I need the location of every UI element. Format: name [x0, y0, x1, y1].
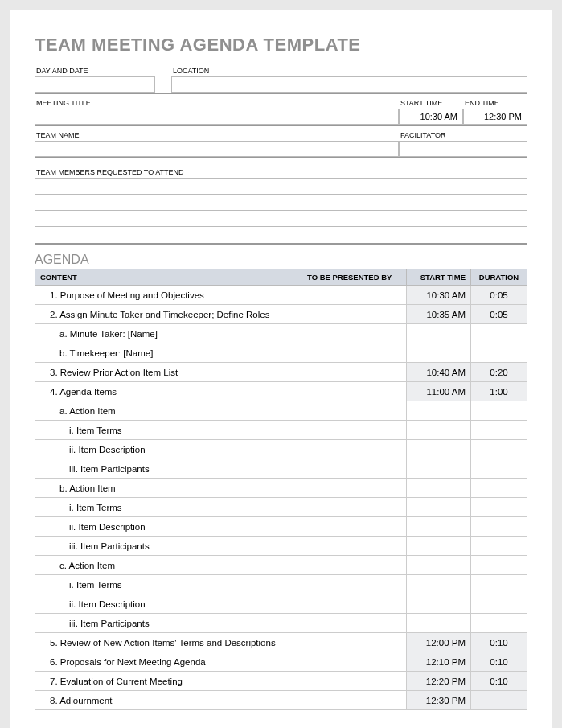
agenda-duration — [471, 556, 527, 575]
member-cell[interactable] — [330, 179, 429, 195]
agenda-presented[interactable] — [302, 286, 407, 305]
agenda-start — [407, 575, 471, 594]
agenda-start — [407, 556, 471, 575]
member-cell[interactable] — [429, 227, 527, 243]
member-cell[interactable] — [232, 179, 330, 195]
agenda-presented[interactable] — [302, 652, 407, 672]
agenda-row: b. Action Item — [35, 479, 527, 498]
agenda-presented[interactable] — [302, 556, 407, 575]
agenda-presented[interactable] — [302, 324, 407, 343]
agenda-presented[interactable] — [302, 343, 407, 363]
agenda-presented[interactable] — [302, 421, 407, 440]
member-cell[interactable] — [133, 227, 232, 243]
header-presented: TO BE PRESENTED BY — [302, 269, 407, 286]
agenda-start: 12:30 PM — [407, 691, 471, 710]
input-facilitator[interactable] — [399, 141, 527, 157]
agenda-duration — [471, 421, 527, 440]
agenda-presented[interactable] — [302, 691, 407, 710]
header-content: CONTENT — [35, 269, 302, 286]
agenda-presented[interactable] — [302, 363, 407, 382]
agenda-content: iii. Item Participants — [35, 459, 302, 479]
agenda-presented[interactable] — [302, 614, 407, 633]
agenda-content: iii. Item Participants — [35, 537, 302, 556]
input-start-time[interactable] — [399, 109, 463, 125]
agenda-row: a. Action Item — [35, 401, 527, 421]
member-cell[interactable] — [35, 227, 133, 243]
agenda-row: iii. Item Participants — [35, 459, 527, 479]
agenda-presented[interactable] — [302, 537, 407, 556]
agenda-header-row: CONTENT TO BE PRESENTED BY START TIME DU… — [35, 269, 527, 286]
agenda-presented[interactable] — [302, 633, 407, 652]
agenda-presented[interactable] — [302, 401, 407, 421]
agenda-presented[interactable] — [302, 575, 407, 594]
agenda-presented[interactable] — [302, 459, 407, 479]
member-cell[interactable] — [35, 195, 133, 211]
agenda-start — [407, 479, 471, 498]
agenda-start — [407, 614, 471, 633]
agenda-duration — [471, 594, 527, 614]
agenda-start: 10:30 AM — [407, 286, 471, 305]
agenda-content: ii. Item Description — [35, 594, 302, 614]
member-cell[interactable] — [330, 211, 429, 227]
agenda-presented[interactable] — [302, 479, 407, 498]
input-meeting-title[interactable] — [35, 109, 399, 125]
input-end-time[interactable] — [463, 109, 527, 125]
agenda-presented[interactable] — [302, 594, 407, 614]
members-grid — [35, 178, 527, 245]
field-start-time: START TIME — [399, 99, 463, 125]
agenda-duration: 0:10 — [471, 652, 527, 672]
header-start: START TIME — [407, 269, 471, 286]
agenda-content: 3. Review Prior Action Item List — [35, 363, 302, 382]
agenda-content: 1. Purpose of Meeting and Objectives — [35, 286, 302, 305]
agenda-start: 12:00 PM — [407, 633, 471, 652]
agenda-row: 4. Agenda Items11:00 AM1:00 — [35, 382, 527, 401]
input-day-date[interactable] — [35, 76, 155, 93]
agenda-presented[interactable] — [302, 305, 407, 324]
label-meeting-title: MEETING TITLE — [35, 99, 399, 107]
member-cell[interactable] — [232, 211, 330, 227]
agenda-content: i. Item Terms — [35, 498, 302, 517]
member-cell[interactable] — [133, 211, 232, 227]
member-cell[interactable] — [133, 179, 232, 195]
member-cell[interactable] — [330, 227, 429, 243]
member-cell[interactable] — [429, 211, 527, 227]
input-location[interactable] — [171, 76, 527, 93]
label-facilitator: FACILITATOR — [399, 131, 527, 139]
input-team-name[interactable] — [35, 141, 399, 157]
agenda-row: 2. Assign Minute Taker and Timekeeper; D… — [35, 305, 527, 324]
agenda-duration — [471, 401, 527, 421]
member-cell[interactable] — [133, 195, 232, 211]
member-cell[interactable] — [232, 227, 330, 243]
agenda-row: b. Timekeeper: [Name] — [35, 343, 527, 363]
agenda-duration — [471, 343, 527, 363]
agenda-start — [407, 421, 471, 440]
agenda-row: 5. Review of New Action Items' Terms and… — [35, 633, 527, 652]
agenda-presented[interactable] — [302, 498, 407, 517]
agenda-row: ii. Item Description — [35, 594, 527, 614]
member-cell[interactable] — [232, 195, 330, 211]
agenda-row: 8. Adjournment12:30 PM — [35, 691, 527, 710]
agenda-start: 10:35 AM — [407, 305, 471, 324]
agenda-start: 12:10 PM — [407, 652, 471, 672]
member-cell[interactable] — [429, 179, 527, 195]
agenda-presented[interactable] — [302, 382, 407, 401]
agenda-duration: 0:20 — [471, 363, 527, 382]
agenda-presented[interactable] — [302, 517, 407, 537]
field-day-date: DAY AND DATE — [35, 67, 155, 93]
agenda-duration — [471, 498, 527, 517]
label-members: TEAM MEMBERS REQUESTED TO ATTEND — [35, 168, 184, 176]
agenda-content: 8. Adjournment — [35, 691, 302, 710]
agenda-presented[interactable] — [302, 440, 407, 459]
agenda-content: a. Action Item — [35, 401, 302, 421]
field-team-name: TEAM NAME — [35, 131, 399, 157]
member-cell[interactable] — [330, 195, 429, 211]
agenda-content: ii. Item Description — [35, 517, 302, 537]
member-cell[interactable] — [429, 195, 527, 211]
agenda-row: i. Item Terms — [35, 575, 527, 594]
agenda-content: b. Action Item — [35, 479, 302, 498]
member-cell[interactable] — [35, 179, 133, 195]
member-cell[interactable] — [35, 211, 133, 227]
agenda-content: i. Item Terms — [35, 421, 302, 440]
agenda-presented[interactable] — [302, 672, 407, 691]
page-title: TEAM MEETING AGENDA TEMPLATE — [35, 35, 527, 56]
